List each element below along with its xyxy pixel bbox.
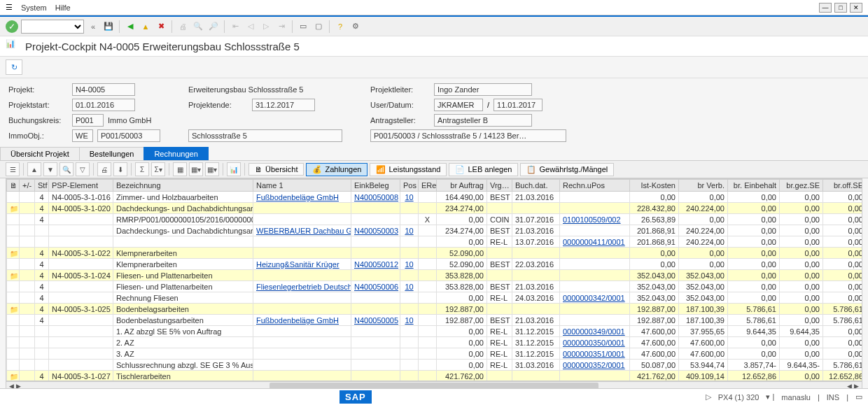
btn-zahlungen[interactable]: 💰Zahlungen bbox=[306, 163, 368, 176]
next-page-icon[interactable]: ▷ bbox=[260, 20, 272, 33]
link[interactable]: N400050005 bbox=[354, 316, 398, 325]
command-field[interactable] bbox=[21, 20, 84, 34]
folder-icon[interactable]: 📁 bbox=[10, 373, 18, 381]
col-name[interactable]: Name 1 bbox=[253, 180, 351, 192]
save-icon[interactable]: 💾 bbox=[102, 20, 115, 33]
table-row[interactable]: 2. AZ0,00RE-L31.12.20150000000350/000147… bbox=[7, 337, 863, 348]
projekt-field[interactable]: N4-0005 bbox=[72, 83, 135, 96]
link[interactable]: N400050012 bbox=[354, 260, 398, 269]
link[interactable]: Fußbodenbeläge GmbH bbox=[256, 316, 339, 325]
link[interactable]: 0000000349/0001 bbox=[563, 327, 625, 336]
filter-icon[interactable]: ▽ bbox=[76, 162, 90, 176]
link[interactable]: Fußbodenbeläge GmbH bbox=[256, 193, 339, 201]
col-bez[interactable]: Bezeichnung bbox=[113, 180, 253, 192]
link[interactable]: Fliesenlegerbetrieb Deutschla bbox=[256, 283, 351, 291]
sum-icon[interactable]: Σ bbox=[135, 162, 149, 176]
folder-icon[interactable]: 📁 bbox=[10, 306, 18, 313]
col-pos[interactable]: Pos bbox=[400, 180, 419, 192]
accept-icon[interactable]: ✓ bbox=[6, 20, 18, 33]
immo-type-field[interactable]: WE bbox=[72, 129, 93, 142]
ende-field[interactable]: 31.12.2017 bbox=[252, 99, 315, 111]
table-row[interactable]: Dachdeckungs- und Dachabdichtungsarb.WEB… bbox=[7, 225, 863, 236]
leiter-field[interactable]: Ingo Zander bbox=[434, 83, 532, 96]
bukrs-field[interactable]: P001 bbox=[72, 114, 104, 127]
status-triangle-icon[interactable]: ▷ bbox=[706, 392, 711, 402]
layout-save-icon[interactable]: ▦▾ bbox=[205, 162, 219, 176]
start-field[interactable]: 01.01.2016 bbox=[72, 99, 135, 111]
table-row[interactable]: 📁4N4-0005-3-1-027Tischlerarbeiten421.762… bbox=[7, 371, 863, 382]
close-button[interactable]: ✕ bbox=[850, 3, 862, 13]
folder-icon[interactable]: 📁 bbox=[10, 250, 18, 257]
cancel-icon[interactable]: ✖ bbox=[155, 20, 167, 33]
find-grid-icon[interactable]: 🔍 bbox=[59, 162, 74, 176]
table-row[interactable]: 4Fliesen- und PlattenarbeitenFliesenlege… bbox=[7, 281, 863, 292]
link[interactable]: 0000000350/0001 bbox=[563, 339, 625, 347]
sort-desc-icon[interactable]: ▼ bbox=[43, 162, 57, 176]
col-pm[interactable]: +/- bbox=[20, 180, 35, 192]
link[interactable]: Heizung&Sanitär Krüger bbox=[256, 260, 340, 269]
menu-icon[interactable]: ☰ bbox=[6, 3, 13, 12]
table-row[interactable]: 1. AZ abzgl SE 5% von Auftrag0,00RE-L31.… bbox=[7, 326, 863, 337]
print-icon[interactable]: 🖨 bbox=[176, 20, 189, 33]
new-session-icon[interactable]: ▭ bbox=[297, 20, 309, 33]
link[interactable]: N400050008 bbox=[354, 193, 398, 201]
graphic-icon[interactable]: 📊 bbox=[227, 162, 241, 176]
maximize-button[interactable]: □ bbox=[834, 3, 847, 13]
table-row[interactable]: 3. AZ0,00RE-L31.12.20150000000351/000147… bbox=[7, 348, 863, 360]
exit-icon[interactable]: ▲ bbox=[139, 20, 152, 33]
link[interactable]: 0000000342/0001 bbox=[563, 294, 625, 302]
table-row[interactable]: 📁4N4-0005-3-1-025Bodenbelagsarbeiten192.… bbox=[7, 304, 863, 315]
col-einb[interactable]: br. Einbehalt bbox=[728, 180, 780, 192]
tab-bestellungen[interactable]: Bestellungen bbox=[79, 147, 145, 160]
user-date-field[interactable]: 11.01.2017 bbox=[493, 99, 542, 111]
customize-icon[interactable]: ⚙ bbox=[349, 20, 362, 33]
link[interactable]: 10 bbox=[405, 193, 413, 201]
print-grid-icon[interactable]: 🖨 bbox=[97, 162, 111, 176]
col-vrg[interactable]: Vrg… bbox=[487, 180, 512, 192]
link[interactable]: WEBERBAUER Dachbau GmbH bbox=[256, 227, 351, 235]
btn-leb-anlegen[interactable]: 📄LEB anlegen bbox=[449, 163, 518, 176]
folder-icon[interactable]: 📁 bbox=[10, 205, 18, 213]
link[interactable]: N400050006 bbox=[354, 283, 398, 291]
menu-hilfe[interactable]: Hilfe bbox=[55, 3, 71, 12]
btn-uebersicht[interactable]: 🗎Übersicht bbox=[248, 163, 304, 176]
last-page-icon[interactable]: ⇥ bbox=[275, 20, 288, 33]
table-row[interactable]: 4BodenbelastungsarbeitenFußbodenbeläge G… bbox=[7, 315, 863, 326]
col-stf[interactable]: Stf bbox=[35, 180, 49, 192]
back-double-icon[interactable]: « bbox=[87, 20, 99, 33]
link[interactable]: 0000000351/0001 bbox=[563, 350, 625, 358]
col-buch[interactable]: Buch.dat. bbox=[512, 180, 560, 192]
col-gez[interactable]: br.gez.SE bbox=[780, 180, 823, 192]
back-icon[interactable]: ◀ bbox=[124, 20, 136, 33]
find-icon[interactable]: 🔍 bbox=[192, 20, 204, 33]
link[interactable]: 10 bbox=[405, 260, 413, 269]
first-page-icon[interactable]: ⇤ bbox=[229, 20, 241, 33]
table-row[interactable]: 0,00RE-L13.07.20160000000411/0001201.868… bbox=[7, 236, 863, 248]
refresh-button[interactable]: ↻ bbox=[6, 59, 22, 75]
col-ere[interactable]: ERe bbox=[419, 180, 437, 192]
link[interactable]: 10 bbox=[405, 316, 413, 325]
help-icon[interactable]: ? bbox=[334, 20, 346, 33]
menu-system[interactable]: System bbox=[21, 3, 47, 12]
immo-field[interactable]: P001/50003 bbox=[97, 129, 160, 142]
link[interactable]: 10 bbox=[405, 283, 413, 291]
table-row[interactable]: 4Rechnung Fliesen0,00RE-L24.03.201600000… bbox=[7, 292, 863, 304]
col-ist[interactable]: Ist-Kosten bbox=[630, 180, 679, 192]
link[interactable]: 0000000352/0001 bbox=[563, 361, 625, 369]
table-row[interactable]: 4KlempnerarbeitenHeizung&Sanitär KrügerN… bbox=[7, 259, 863, 270]
col-rech[interactable]: Rechn.uPos bbox=[560, 180, 630, 192]
find-next-icon[interactable]: 🔎 bbox=[207, 20, 220, 33]
link[interactable]: 10 bbox=[405, 227, 413, 235]
subtotal-icon[interactable]: Σ▾ bbox=[151, 162, 165, 176]
table-row[interactable]: Schlussrechnung abzgl. SE GE 3 % Ausz. 5… bbox=[7, 360, 863, 371]
col-auftrag[interactable]: br Auftrag bbox=[437, 180, 487, 192]
immo-text-field[interactable]: Schlossstraße 5 bbox=[188, 129, 342, 142]
table-row[interactable]: 📁4N4-0005-3-1-020Dachdeckungs- und Dacha… bbox=[7, 203, 863, 214]
export-icon[interactable]: ⬇ bbox=[113, 162, 127, 176]
tab-uebersicht[interactable]: Übersicht Projekt bbox=[0, 147, 80, 160]
col-psp[interactable]: PSP-Element bbox=[49, 180, 113, 192]
col-eink[interactable]: EinkBeleg bbox=[351, 180, 400, 192]
alv-grid[interactable]: 🗎 +/- Stf PSP-Element Bezeichnung Name 1… bbox=[6, 178, 862, 381]
shortcut-icon[interactable]: ▢ bbox=[312, 20, 325, 33]
prev-page-icon[interactable]: ◁ bbox=[244, 20, 257, 33]
